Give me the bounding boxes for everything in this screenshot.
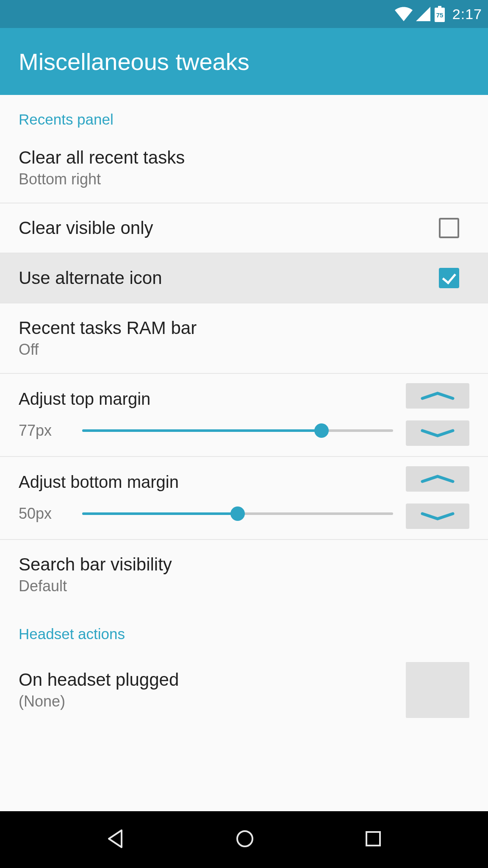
- stepper-up-button[interactable]: [406, 383, 469, 409]
- chevron-up-icon: [420, 475, 455, 483]
- slider-track[interactable]: [82, 512, 393, 515]
- stepper-down-button[interactable]: [406, 504, 469, 529]
- status-icons: 75: [395, 6, 446, 22]
- wifi-icon: [395, 7, 413, 21]
- pref-title: Clear visible only: [19, 218, 429, 238]
- pref-search-bar-visibility[interactable]: Search bar visibility Default: [0, 540, 488, 609]
- chevron-up-icon: [420, 392, 455, 400]
- pref-title: Search bar visibility: [19, 554, 469, 575]
- battery-percent-text: 75: [436, 11, 443, 19]
- pref-title: Recent tasks RAM bar: [19, 318, 469, 338]
- slider-track[interactable]: [82, 429, 393, 432]
- slider-fill: [82, 429, 322, 432]
- pref-title: Use alternate icon: [19, 268, 429, 288]
- pref-clear-visible-only[interactable]: Clear visible only: [0, 203, 488, 253]
- checkbox-unchecked[interactable]: [439, 218, 459, 238]
- pref-title: Adjust top margin: [19, 389, 393, 409]
- settings-list: Recents panel Clear all recent tasks Bot…: [0, 95, 488, 868]
- pref-subtitle: Off: [19, 341, 469, 359]
- pref-title: On headset plugged: [19, 670, 393, 690]
- svg-rect-3: [366, 832, 380, 846]
- svg-point-2: [237, 831, 252, 846]
- pref-use-alternate-icon[interactable]: Use alternate icon: [0, 253, 488, 303]
- pref-recent-tasks-ram-bar[interactable]: Recent tasks RAM bar Off: [0, 303, 488, 374]
- nav-home-button[interactable]: [234, 828, 256, 851]
- pref-clear-all-recent-tasks[interactable]: Clear all recent tasks Bottom right: [0, 133, 488, 203]
- pref-on-headset-plugged[interactable]: On headset plugged (None): [0, 648, 488, 732]
- svg-rect-0: [438, 6, 441, 8]
- recents-icon: [363, 829, 383, 849]
- checkbox-checked[interactable]: [439, 268, 459, 288]
- stepper-up-button[interactable]: [406, 466, 469, 492]
- page-title: Miscellaneous tweaks: [19, 48, 250, 75]
- pref-value: 77px: [19, 422, 69, 440]
- pref-title: Clear all recent tasks: [19, 147, 469, 168]
- pref-subtitle: Bottom right: [19, 170, 469, 188]
- stepper-down-button[interactable]: [406, 420, 469, 446]
- nav-back-button[interactable]: [105, 828, 127, 851]
- back-icon: [105, 828, 127, 850]
- navigation-bar: [0, 811, 488, 868]
- status-bar: 75 2:17: [0, 0, 488, 28]
- pref-subtitle: Default: [19, 577, 469, 595]
- chevron-down-icon: [420, 429, 455, 437]
- status-time: 2:17: [452, 6, 482, 22]
- cell-signal-icon: [416, 7, 430, 21]
- section-header-headset-actions: Headset actions: [0, 609, 488, 648]
- battery-icon: 75: [434, 6, 446, 22]
- pref-value: 50px: [19, 505, 69, 523]
- pref-adjust-bottom-margin[interactable]: Adjust bottom margin 50px: [0, 457, 488, 540]
- app-bar: Miscellaneous tweaks: [0, 28, 488, 95]
- slider-fill: [82, 512, 238, 515]
- app-picker-placeholder[interactable]: [406, 662, 469, 718]
- slider-thumb[interactable]: [230, 506, 245, 521]
- chevron-down-icon: [420, 512, 455, 520]
- section-header-recents-panel: Recents panel: [0, 95, 488, 133]
- home-icon: [234, 828, 256, 850]
- pref-title: Adjust bottom margin: [19, 473, 393, 492]
- slider-thumb[interactable]: [314, 423, 329, 438]
- pref-subtitle: (None): [19, 693, 393, 710]
- nav-recents-button[interactable]: [363, 829, 383, 851]
- pref-adjust-top-margin[interactable]: Adjust top margin 77px: [0, 374, 488, 457]
